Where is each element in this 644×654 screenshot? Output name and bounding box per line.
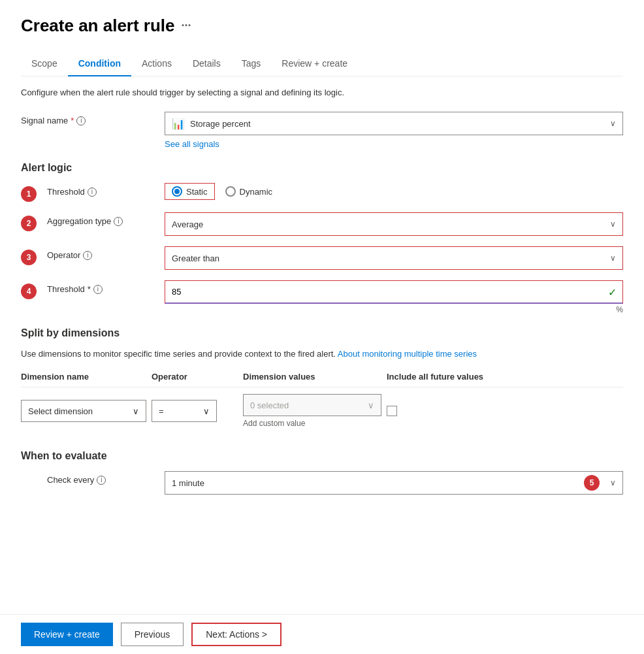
dimensions-table-header: Dimension name Operator Dimension values…: [21, 369, 623, 387]
step-3-badge: 3: [21, 250, 37, 265]
tab-details[interactable]: Details: [182, 52, 231, 76]
signal-name-info-icon[interactable]: i: [76, 116, 86, 125]
dim-name-cell: Select dimension ∨: [21, 400, 152, 422]
dimension-placeholder: Select dimension: [28, 406, 93, 416]
check-every-value: 1 minute: [172, 478, 204, 488]
dimensions-table-row: Select dimension ∨ = ∨ 0 selected ∨ Add …: [21, 387, 623, 434]
aggregation-type-row: 2 Aggregation type i Average ∨: [21, 212, 623, 236]
threshold-radio-group: Static Dynamic: [165, 183, 623, 200]
add-custom-value-label: Add custom value: [243, 419, 387, 428]
operator-label: Operator i: [47, 246, 165, 260]
threshold-type-row: 1 Threshold i Static Dynamic: [21, 183, 623, 202]
step-5-badge: 5: [584, 475, 600, 491]
operator-dropdown[interactable]: Greater than ∨: [165, 246, 623, 270]
about-monitoring-link[interactable]: About monitoring multiple time series: [338, 349, 477, 359]
include-future-values-checkbox[interactable]: [387, 406, 397, 416]
signal-name-label: Signal name * i: [21, 112, 165, 125]
threshold-value-info-icon[interactable]: i: [93, 285, 103, 294]
bottom-bar: Review + create Previous Next: Actions >: [0, 614, 644, 654]
check-every-control: 1 minute 5 ∨: [165, 471, 623, 495]
when-to-evaluate-section-title: When to evaluate: [21, 450, 623, 462]
dim-operator-dropdown[interactable]: = ∨: [152, 400, 217, 422]
dim-col-name: Dimension name: [21, 372, 152, 382]
step-2-badge: 2: [21, 216, 37, 231]
dim-operator-value: =: [159, 406, 164, 416]
signal-name-control: 📊 Storage percent ∨ See all signals: [165, 112, 623, 149]
aggregation-dropdown-arrow-icon: ∨: [610, 220, 616, 229]
review-create-button[interactable]: Review + create: [21, 623, 113, 646]
static-radio-button[interactable]: [172, 186, 182, 197]
static-radio-option[interactable]: Static: [172, 186, 208, 197]
dynamic-radio-button[interactable]: [225, 186, 236, 197]
signal-dropdown-arrow-icon: ∨: [610, 119, 616, 128]
aggregation-type-value: Average: [172, 220, 203, 229]
dim-values-arrow-icon: ∨: [368, 401, 374, 410]
dim-col-values: Dimension values: [243, 372, 387, 382]
threshold-input-wrapper: 85 ✓: [165, 280, 623, 304]
page-title-options[interactable]: ···: [182, 19, 191, 33]
dim-col-operator: Operator: [152, 372, 243, 382]
tab-review-create[interactable]: Review + create: [271, 52, 358, 76]
threshold-check-icon: ✓: [608, 286, 617, 299]
check-every-dropdown[interactable]: 1 minute 5 ∨: [165, 471, 623, 495]
dim-col-future: Include all future values: [387, 372, 504, 382]
previous-button[interactable]: Previous: [121, 623, 184, 646]
aggregation-type-dropdown[interactable]: Average ∨: [165, 212, 623, 236]
operator-row: 3 Operator i Greater than ∨: [21, 246, 623, 270]
step-4-badge: 4: [21, 284, 37, 299]
operator-dropdown-arrow-icon: ∨: [610, 253, 616, 263]
aggregation-info-icon[interactable]: i: [114, 217, 123, 226]
signal-name-dropdown[interactable]: 📊 Storage percent ∨: [165, 112, 623, 135]
check-every-row: Check every i 1 minute 5 ∨: [21, 471, 623, 495]
dim-values-placeholder: 0 selected: [250, 401, 289, 410]
aggregation-type-control: Average ∨: [165, 212, 623, 236]
see-all-signals-link[interactable]: See all signals: [165, 139, 623, 149]
static-radio-dot: [174, 189, 180, 194]
step-1-badge: 1: [21, 186, 37, 202]
split-by-dimensions-section-title: Split by dimensions: [21, 327, 623, 339]
check-every-info-icon[interactable]: i: [97, 476, 106, 485]
dim-operator-arrow-icon: ∨: [203, 406, 210, 416]
threshold-unit-label: %: [165, 305, 623, 314]
static-label: Static: [186, 187, 208, 197]
page-description: Configure when the alert rule should tri…: [21, 87, 623, 99]
threshold-label: Threshold i: [47, 183, 165, 197]
threshold-radio-control: Static Dynamic: [165, 183, 623, 200]
select-dimension-dropdown[interactable]: Select dimension ∨: [21, 400, 146, 422]
tab-tags[interactable]: Tags: [231, 52, 272, 76]
threshold-value-control: 85 ✓ %: [165, 280, 623, 314]
dimension-dropdown-arrow-icon: ∨: [133, 406, 139, 416]
tab-condition[interactable]: Condition: [68, 52, 131, 76]
alert-logic-section-title: Alert logic: [21, 162, 623, 174]
tab-scope[interactable]: Scope: [21, 52, 68, 76]
dim-values-cell: 0 selected ∨ Add custom value: [243, 394, 387, 428]
dim-values-dropdown[interactable]: 0 selected ∨: [243, 394, 381, 416]
threshold-value-row: 4 Threshold * i 85 ✓ %: [21, 280, 623, 314]
aggregation-type-label: Aggregation type i: [47, 212, 165, 226]
static-option-box: Static: [165, 183, 215, 200]
check-every-label: Check every i: [47, 471, 165, 485]
threshold-info-icon[interactable]: i: [88, 188, 97, 197]
dynamic-label: Dynamic: [240, 187, 273, 197]
tab-actions[interactable]: Actions: [131, 52, 182, 76]
operator-control: Greater than ∨: [165, 246, 623, 270]
signal-chart-icon: 📊: [172, 118, 185, 130]
next-actions-button[interactable]: Next: Actions >: [191, 623, 282, 646]
split-description: Use dimensions to monitor specific time …: [21, 348, 623, 360]
tab-bar: Scope Condition Actions Details Tags Rev…: [21, 52, 623, 76]
dim-future-cell: [387, 406, 504, 416]
threshold-value-input[interactable]: 85: [165, 280, 623, 304]
operator-value: Greater than: [172, 253, 219, 263]
signal-name-row: Signal name * i 📊 Storage percent ∨ See …: [21, 112, 623, 149]
signal-name-value: Storage percent: [190, 119, 251, 129]
dim-operator-cell: = ∨: [152, 400, 243, 422]
page-title-row: Create an alert rule ···: [21, 16, 623, 36]
check-every-dropdown-arrow-icon: ∨: [610, 478, 616, 487]
threshold-value-label: Threshold * i: [47, 280, 165, 294]
operator-info-icon[interactable]: i: [83, 251, 92, 260]
page-title: Create an alert rule: [21, 16, 175, 36]
dynamic-radio-option[interactable]: Dynamic: [225, 186, 273, 197]
